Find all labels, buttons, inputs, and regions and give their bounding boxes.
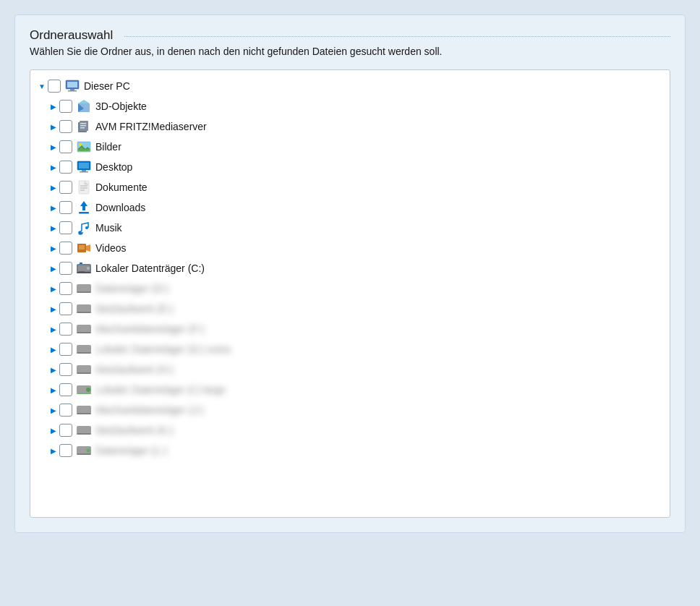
- tree-item-3d[interactable]: 3D-Objekte: [33, 96, 667, 116]
- expander-drive-c[interactable]: [48, 263, 59, 274]
- expander-dokumente[interactable]: [48, 182, 59, 193]
- svg-rect-20: [79, 181, 89, 194]
- dokumente-icon: [75, 179, 93, 195]
- tree-item-hidden-2[interactable]: Netzlaufwerk (E:): [33, 299, 667, 319]
- label-dokumente: Dokumente: [95, 182, 148, 193]
- drive-h6-icon: [75, 382, 93, 398]
- tree-item-musik[interactable]: Musik: [33, 218, 667, 238]
- expander-h8[interactable]: [48, 424, 59, 436]
- checkbox-desktop[interactable]: [59, 161, 72, 174]
- svg-rect-9: [80, 123, 86, 124]
- expander-h5[interactable]: [48, 364, 59, 375]
- checkbox-dieser-pc[interactable]: [48, 80, 61, 93]
- checkbox-musik[interactable]: [59, 221, 72, 234]
- svg-rect-26: [79, 212, 89, 214]
- checkbox-h2[interactable]: [59, 302, 72, 315]
- expander-h6[interactable]: [48, 384, 59, 396]
- label-hidden-7: Wechseldatenträger (J:): [95, 404, 203, 416]
- svg-rect-36: [77, 272, 91, 273]
- svg-rect-18: [82, 170, 86, 171]
- label-dieser-pc: Dieser PC: [84, 80, 130, 92]
- label-hidden-5: Netzlaufwerk (H:): [95, 364, 174, 375]
- svg-rect-57: [77, 453, 91, 455]
- svg-rect-39: [77, 284, 91, 292]
- tree-item-hidden-3[interactable]: Wechseldatenträger (F:): [33, 319, 667, 339]
- checkbox-bilder[interactable]: [59, 140, 72, 153]
- 3d-icon: [75, 98, 93, 114]
- expander-h2[interactable]: [48, 303, 59, 315]
- svg-point-13: [79, 143, 82, 146]
- checkbox-videos[interactable]: [59, 242, 72, 255]
- svg-rect-38: [80, 263, 81, 263]
- svg-rect-47: [77, 365, 91, 373]
- bilder-icon: [75, 139, 93, 155]
- tree-item-hidden-7[interactable]: Wechseldatenträger (J:): [33, 400, 667, 420]
- drive-h8-icon: [75, 422, 93, 438]
- checkbox-avm[interactable]: [59, 120, 72, 133]
- checkbox-dokumente[interactable]: [59, 181, 72, 194]
- drive-h7-icon: [75, 402, 93, 418]
- tree-item-dokumente[interactable]: Dokumente: [33, 177, 667, 197]
- panel-title-text: Ordnerauswahl: [30, 28, 113, 43]
- expander-dieser-pc[interactable]: [36, 80, 48, 92]
- label-musik: Musik: [95, 222, 122, 234]
- expander-h4[interactable]: [48, 343, 59, 355]
- tree-item-videos[interactable]: Videos: [33, 238, 667, 258]
- checkbox-h9[interactable]: [59, 444, 72, 457]
- svg-rect-31: [79, 245, 85, 249]
- checkbox-3d[interactable]: [59, 100, 72, 113]
- label-bilder: Bilder: [95, 141, 121, 153]
- tree-item-desktop[interactable]: Desktop: [33, 157, 667, 177]
- checkbox-h7[interactable]: [59, 404, 72, 417]
- svg-rect-35: [79, 271, 85, 272]
- svg-rect-2: [70, 89, 74, 90]
- tree-item-avm[interactable]: AVM FRITZ!Mediaserver: [33, 116, 667, 137]
- checkbox-downloads[interactable]: [59, 201, 72, 214]
- tree-item-dieser-pc[interactable]: Dieser PC: [33, 76, 667, 96]
- tree-item-hidden-4[interactable]: Lokaler Datenträger (G:) extra: [33, 339, 667, 359]
- label-3d: 3D-Objekte: [95, 101, 147, 112]
- checkbox-drive-c[interactable]: [59, 262, 72, 275]
- expander-downloads[interactable]: [48, 202, 59, 213]
- tree-item-downloads[interactable]: Downloads: [33, 197, 667, 218]
- tree-item-hidden-9[interactable]: Datenträger (L:): [33, 440, 667, 461]
- checkbox-h8[interactable]: [59, 424, 72, 437]
- checkbox-h5[interactable]: [59, 363, 72, 376]
- checkbox-h4[interactable]: [59, 343, 72, 356]
- svg-rect-41: [77, 304, 91, 312]
- expander-videos[interactable]: [48, 242, 59, 254]
- checkbox-h3[interactable]: [59, 323, 72, 336]
- expander-avm[interactable]: [48, 121, 59, 132]
- expander-h3[interactable]: [48, 323, 59, 335]
- tree-item-hidden-8[interactable]: Netzlaufwerk (K:): [33, 420, 667, 440]
- tree-item-bilder[interactable]: Bilder: [33, 137, 667, 157]
- svg-rect-46: [77, 352, 91, 354]
- expander-h9[interactable]: [48, 445, 59, 456]
- label-desktop: Desktop: [95, 161, 132, 173]
- svg-rect-48: [77, 372, 91, 374]
- avm-icon: [75, 119, 93, 135]
- svg-rect-11: [80, 127, 85, 129]
- tree-item-hidden-5[interactable]: Netzlaufwerk (H:): [33, 359, 667, 380]
- tree-item-drive-c[interactable]: Lokaler Datenträger (C:): [33, 258, 667, 278]
- checkbox-h1[interactable]: [59, 282, 72, 295]
- svg-point-51: [86, 388, 90, 392]
- expander-h7[interactable]: [48, 404, 59, 416]
- tree-item-hidden-6[interactable]: Lokaler Datenträger (I:) large: [33, 380, 667, 400]
- expander-bilder[interactable]: [48, 141, 59, 153]
- svg-rect-40: [77, 291, 91, 293]
- drive-c-icon: [75, 260, 93, 276]
- expander-h1[interactable]: [48, 283, 59, 294]
- expander-3d[interactable]: [48, 101, 59, 112]
- checkbox-h6[interactable]: [59, 383, 72, 396]
- desktop-icon: [75, 159, 93, 175]
- tree-item-hidden-1[interactable]: Datenträger (D:): [33, 278, 667, 299]
- title-divider: [124, 36, 670, 37]
- svg-marker-25: [80, 201, 88, 210]
- expander-desktop[interactable]: [48, 161, 59, 173]
- expander-musik[interactable]: [48, 222, 59, 234]
- drive-h3-icon: [75, 321, 93, 337]
- label-hidden-8: Netzlaufwerk (K:): [95, 424, 173, 436]
- label-hidden-9: Datenträger (L:): [95, 445, 167, 456]
- label-drive-c: Lokaler Datenträger (C:): [95, 263, 205, 274]
